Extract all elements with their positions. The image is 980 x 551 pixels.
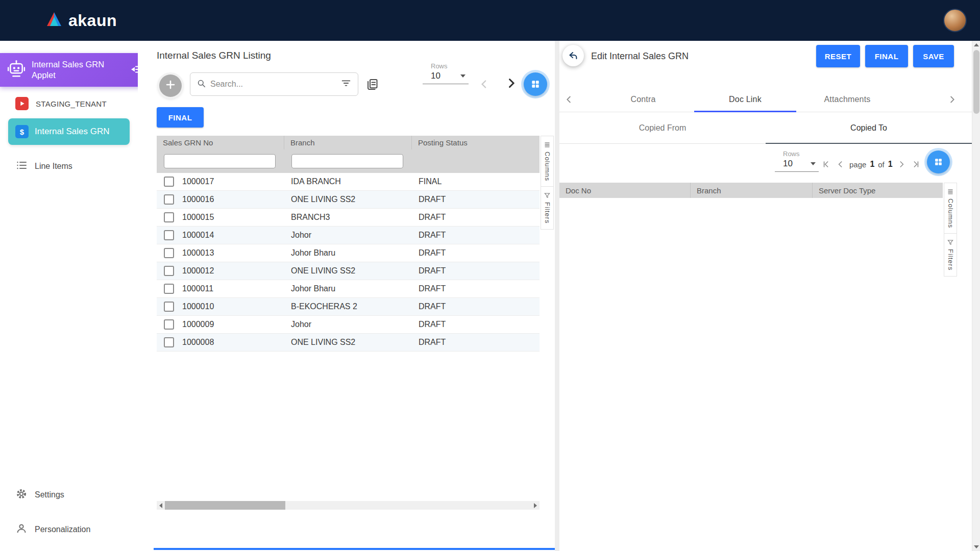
header-posting-status[interactable]: Posting Status [412,136,540,149]
scroll-left-arrow[interactable] [157,501,165,510]
grid-view-button-editor[interactable] [927,151,950,173]
prev-page-icon[interactable] [836,159,846,169]
row-checkbox[interactable] [164,319,174,330]
sidebar-item-personalization[interactable]: Personalization [15,519,90,540]
listing-title: Internal Sales GRN Listing [157,50,271,61]
cell-posting-status: DRAFT [412,262,540,280]
header-branch[interactable]: Branch [284,136,412,149]
sidebar-item-internal-sales-grn[interactable]: $ Internal Sales GRN [8,118,130,145]
filter-sales-grn-no-input[interactable] [164,154,276,168]
row-checkbox[interactable] [164,212,174,222]
cell-sales-grn-no: 1000011 [182,284,213,293]
subtab-copied-to[interactable]: Copied To [766,112,972,144]
filters-toggle[interactable]: Filters [944,234,957,276]
scroll-right-arrow[interactable] [531,501,540,510]
next-page-icon[interactable] [503,76,519,93]
header-branch[interactable]: Branch [691,183,813,198]
cell-branch: ONE LIVING SS2 [284,191,412,208]
header-sales-grn-no[interactable]: Sales GRN No [157,136,284,149]
table-row[interactable]: 1000014 Johor DRAFT [157,227,540,244]
back-button[interactable] [562,45,584,66]
table-row[interactable]: 1000010 B-EKOCHERAS 2 DRAFT [157,298,540,316]
settings-label: Settings [35,490,64,499]
filter-branch-input[interactable] [291,154,403,168]
row-checkbox[interactable] [164,266,174,276]
brand-triangle-icon [45,11,63,30]
panel-divider [555,41,559,551]
save-button[interactable]: SAVE [913,45,954,67]
filters-toggle[interactable]: Filters [541,187,553,229]
row-checkbox[interactable] [164,284,174,294]
brand-logo[interactable]: akaun [45,11,117,30]
cell-branch: IDA BRANCH [284,173,412,190]
tabs-scroll-left-icon[interactable] [564,94,575,107]
doc-link-table-header: Doc No Branch Server Doc Type [559,183,943,198]
brand-name: akaun [68,11,117,30]
line-items-label: Line Items [35,162,72,171]
row-checkbox[interactable] [164,194,174,205]
sidebar-item-line-items[interactable]: Line Items [15,156,72,177]
editor-table-side-controls: Columns Filters [944,183,957,277]
of-word: of [878,160,885,169]
table-row[interactable]: 1000017 IDA BRANCH FINAL [157,173,540,191]
columns-label: Columns [544,152,551,181]
cell-posting-status: DRAFT [412,209,540,226]
cell-sales-grn-no: 1000015 [182,213,214,222]
columns-toggle[interactable]: Columns [944,183,957,234]
reset-button[interactable]: RESET [816,45,860,67]
first-page-icon[interactable] [822,159,832,169]
person-icon [15,522,28,537]
table-row[interactable]: 1000016 ONE LIVING SS2 DRAFT [157,191,540,209]
current-page: 1 [870,160,874,169]
editor-tabs: Contra Doc Link Attachments [559,87,972,112]
row-checkbox[interactable] [164,337,174,347]
next-page-icon[interactable] [896,159,906,169]
sidebar-item-tenant[interactable]: STAGING_TENANT [15,92,107,115]
user-avatar[interactable] [943,9,967,32]
grid-view-button[interactable] [524,72,547,96]
tabs-scroll-right-icon[interactable] [946,94,958,107]
tab-contra[interactable]: Contra [592,87,694,112]
copy-icon[interactable] [365,78,379,93]
table-row[interactable]: 1000012 ONE LIVING SS2 DRAFT [157,262,540,280]
sales-grn-label: Internal Sales GRN [35,127,109,137]
sidebar-item-settings[interactable]: Settings [15,485,64,505]
table-side-controls: Columns Filters [541,136,554,230]
tenant-label: STAGING_TENANT [36,99,107,108]
final-button[interactable]: FINAL [157,107,204,128]
cell-posting-status: DRAFT [412,227,540,244]
row-checkbox[interactable] [164,302,174,312]
last-page-icon[interactable] [910,159,920,169]
table-row[interactable]: 1000009 Johor DRAFT [157,316,540,334]
table-row[interactable]: 1000015 BRANCH3 DRAFT [157,209,540,227]
header-doc-no[interactable]: Doc No [559,183,691,198]
row-checkbox[interactable] [164,248,174,258]
topbar: akaun [0,0,980,41]
vertical-scroll-thumb[interactable] [973,50,979,114]
rows-per-page-select-editor[interactable]: Rows 10 [775,150,819,172]
scroll-down-arrow[interactable] [972,543,980,551]
filter-list-icon[interactable] [340,78,352,91]
row-checkbox[interactable] [164,230,174,240]
columns-toggle[interactable]: Columns [541,136,553,187]
rows-per-page-select[interactable]: Rows 10 [423,62,469,84]
table-row[interactable]: 1000011 Johor Bharu DRAFT [157,280,540,298]
subtab-copied-from[interactable]: Copied From [559,112,766,144]
final-button-editor[interactable]: FINAL [865,45,908,67]
tab-doc-link[interactable]: Doc Link [694,87,796,112]
scroll-up-arrow[interactable] [972,41,980,49]
cell-branch: Johor Bharu [284,280,412,297]
cell-sales-grn-no: 1000013 [182,248,214,258]
table-row[interactable]: 1000008 ONE LIVING SS2 DRAFT [157,334,540,352]
search-input[interactable] [210,80,336,89]
add-button[interactable] [159,74,182,97]
listing-panel: Internal Sales GRN Listing [138,41,559,551]
prev-page-icon[interactable] [478,78,491,93]
horizontal-scroll-thumb[interactable] [165,501,285,510]
tab-attachments[interactable]: Attachments [796,87,898,112]
header-server-doc-type[interactable]: Server Doc Type [813,183,943,198]
table-row[interactable]: 1000013 Johor Bharu DRAFT [157,244,540,262]
search-box [190,72,358,96]
row-checkbox[interactable] [164,177,174,187]
search-icon [197,79,206,90]
